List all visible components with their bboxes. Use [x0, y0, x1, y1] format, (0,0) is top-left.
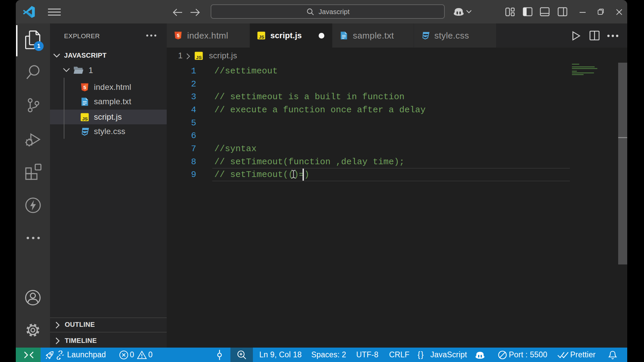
- svg-text:JS: JS: [196, 55, 202, 60]
- svg-text:5: 5: [83, 84, 86, 90]
- svg-text:5: 5: [177, 33, 179, 38]
- svg-text:JS: JS: [259, 35, 264, 40]
- svg-text:JS: JS: [82, 116, 88, 121]
